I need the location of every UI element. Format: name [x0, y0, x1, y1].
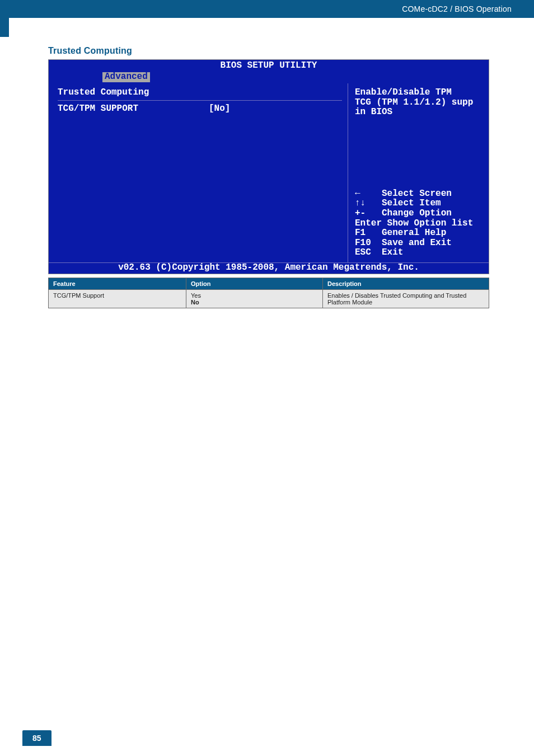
page-footer: 85 — [0, 734, 534, 756]
bios-group-heading: Trusted Computing — [58, 88, 342, 98]
td-feature: TCG/TPM Support — [49, 290, 186, 308]
divider — [58, 100, 342, 101]
key-hint: F10 Save and Exit — [355, 238, 483, 248]
section-title: Trusted Computing — [48, 46, 489, 56]
feature-table: Feature Option Description TCG/TPM Suppo… — [48, 278, 489, 308]
td-description: Enables / Disables Trusted Computing and… — [323, 290, 489, 308]
option-no: No — [191, 299, 318, 306]
bios-title-bar: BIOS SETUP UTILITY — [49, 60, 489, 72]
key-hint: Enter Show Option list — [355, 219, 483, 229]
help-line: TCG (TPM 1.1/1.2) supp — [355, 98, 483, 108]
bios-body: Trusted Computing TCG/TPM SUPPORT [No] E… — [49, 83, 489, 262]
bios-copyright: v02.63 (C)Copyright 1985-2008, American … — [118, 262, 419, 273]
key-hint: F1 General Help — [355, 228, 483, 238]
bios-help-text: Enable/Disable TPM TCG (TPM 1.1/1.2) sup… — [355, 88, 483, 118]
option-yes: Yes — [191, 292, 318, 299]
bios-option-label: TCG/TPM SUPPORT — [58, 104, 209, 114]
page-number: 85 — [22, 730, 51, 746]
th-description: Description — [323, 278, 489, 290]
help-line: in BIOS — [355, 107, 483, 118]
bios-option-row[interactable]: TCG/TPM SUPPORT [No] — [58, 104, 342, 114]
bios-key-help: ← Select Screen ↑↓ Select Item +- Change… — [355, 189, 483, 258]
key-hint: ESC Exit — [355, 248, 483, 258]
corner-accent — [0, 18, 9, 37]
header-bar: COMe-cDC2 / BIOS Operation — [0, 0, 534, 18]
bios-option-value: [No] — [209, 104, 230, 114]
key-hint: +- Change Option — [355, 209, 483, 219]
bios-tab-row: Advanced — [49, 72, 489, 83]
td-option: Yes No — [186, 290, 323, 308]
table-header-row: Feature Option Description — [49, 278, 489, 290]
key-hint: ↑↓ Select Item — [355, 199, 483, 209]
th-feature: Feature — [49, 278, 186, 290]
help-line: Enable/Disable TPM — [355, 88, 483, 98]
content-area: Trusted Computing BIOS SETUP UTILITY Adv… — [0, 18, 534, 308]
bios-left-panel: Trusted Computing TCG/TPM SUPPORT [No] — [49, 83, 348, 262]
breadcrumb: COMe-cDC2 / BIOS Operation — [402, 4, 512, 13]
tab-advanced[interactable]: Advanced — [102, 72, 150, 82]
bios-footer: v02.63 (C)Copyright 1985-2008, American … — [49, 262, 489, 274]
bios-screenshot: BIOS SETUP UTILITY Advanced Trusted Comp… — [48, 59, 489, 274]
key-hint: ← Select Screen — [355, 189, 483, 199]
bios-title: BIOS SETUP UTILITY — [221, 60, 317, 71]
th-option: Option — [186, 278, 323, 290]
bios-right-panel: Enable/Disable TPM TCG (TPM 1.1/1.2) sup… — [348, 83, 489, 262]
table-row: TCG/TPM Support Yes No Enables / Disable… — [49, 290, 489, 308]
